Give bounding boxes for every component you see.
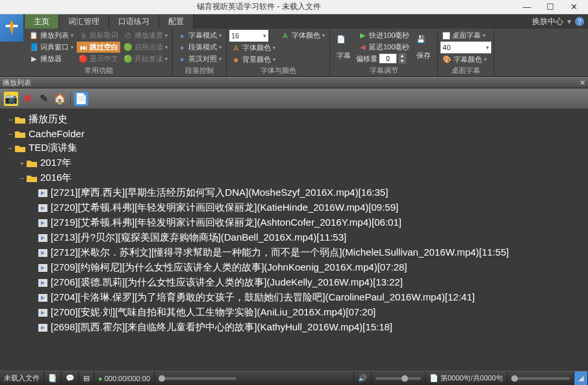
tree-folder[interactable]: −2016年 <box>0 170 588 185</box>
app-logo-icon <box>0 14 23 42</box>
tbtn-delete-icon[interactable]: ✖ <box>20 92 34 106</box>
tree-file[interactable]: [2700][安妮·刘][气味自拍和其他人工生物学实验](AniLiu_2016… <box>0 305 588 320</box>
playlist-tree: −播放历史 −CacheFolder −TED演讲集 +2017年 −2016年… <box>0 109 588 371</box>
ribbon-repeat[interactable]: 🟢开始复读▾ <box>121 53 170 64</box>
ribbon-show-cn[interactable]: 🔴显示中文 <box>77 53 120 64</box>
ribbon-group-label: 段落控制 <box>175 65 224 76</box>
ribbon-group-font: 16▾ A字体颜色▾ ■背景颜色▾ A字体颜色▾ 字体与颜色 <box>227 29 330 76</box>
ribbon-playlist[interactable]: 📋播放列表▾ <box>27 30 75 41</box>
tree-file[interactable]: [2712][米歇尔．苏利文][懂得寻求幫助是一种能力，而不是一个弱点](Mic… <box>0 245 588 260</box>
ribbon-offset: 偏移量 ▲▼ <box>356 53 411 64</box>
tab-home[interactable]: 主页 <box>25 14 59 29</box>
ribbon-group-label: 字幕调节 <box>333 65 435 76</box>
ribbon-click-read[interactable]: 🟢启用点读▾ <box>121 42 170 53</box>
ribbon-font-color1[interactable]: A字体颜色▾ <box>279 30 327 41</box>
sentence-slider[interactable] <box>507 371 574 385</box>
ribbon-speed[interactable]: ⏱播放速度▾ <box>121 30 170 41</box>
close-button[interactable]: ✕ <box>567 2 580 12</box>
tree-file[interactable]: [2706][裘德.凯莉][为什么女性应该讲全人类的故事](JudeKelly_… <box>0 275 588 290</box>
ribbon-desktop-subtitle-check[interactable]: 桌面字幕▾ <box>441 30 491 41</box>
tbtn-action2-icon[interactable]: 🏠 <box>53 92 67 106</box>
ribbon: 📋播放列表▾ 📘词典窗口▾ ▶播放器 🖱鼠标取词 ⏭跳过空白 🔴显示中文 ⏱播放… <box>0 29 588 77</box>
tab-bar: 主页 词汇管理 口语练习 配置 换肤中心 ▾ ? <box>0 14 588 29</box>
ribbon-group-label: 桌面字幕 <box>441 65 491 76</box>
volume-icon[interactable]: 🔊 <box>354 371 372 385</box>
ribbon-mouse-word[interactable]: 🖱鼠标取词 <box>77 30 120 41</box>
offset-input[interactable] <box>379 53 397 64</box>
playlist-toolbar: 📷 ✖ ✎ 🏠 📄 <box>0 88 588 109</box>
volume-slider[interactable] <box>372 371 426 385</box>
font-size-combo[interactable]: 16▾ <box>229 30 268 42</box>
ribbon-group-paragraph: ●字幕模式▾ ●段落模式▾ ●英汉对照▾ 段落控制 <box>173 29 227 76</box>
panel-close-icon[interactable]: ✕ <box>580 79 585 87</box>
ribbon-subtitle-mode[interactable]: ●字幕模式▾ <box>175 30 224 41</box>
ribbon-font-color2[interactable]: A字体颜色▾ <box>229 42 277 53</box>
status-time: ●000:00/000:00 <box>94 371 155 385</box>
panel-header: 播放列表 ✕ <box>0 77 588 88</box>
status-btn1[interactable]: 📑 <box>44 371 62 385</box>
maximize-button[interactable]: ☐ <box>544 2 557 12</box>
tree-folder[interactable]: −播放历史 <box>0 112 588 127</box>
tree-file[interactable]: [2698][凯西.霍尔][来自临终儿童看护中心的故事](KathyHull_2… <box>0 320 588 335</box>
minimize-button[interactable]: — <box>520 2 533 12</box>
status-btn3[interactable]: ▤ <box>79 371 94 385</box>
ribbon-group-label: 字体与颜色 <box>229 65 327 76</box>
ribbon-delay-100ms[interactable]: ◀延迟100毫秒 <box>356 42 411 53</box>
tbtn-action1-icon[interactable]: ✎ <box>36 92 51 106</box>
window-title: 锡育视听英语学习软件 - 未载入文件 <box>3 1 515 12</box>
window-controls: — ☐ ✕ <box>515 2 585 12</box>
offset-down[interactable]: ▼ <box>398 59 406 64</box>
help-icon[interactable]: ? <box>575 17 584 26</box>
tab-config[interactable]: 配置 <box>159 14 194 29</box>
ribbon-save[interactable]: 💾保存 <box>413 30 435 65</box>
ribbon-dict-window[interactable]: 📘词典窗口▾ <box>27 42 75 53</box>
tab-vocab[interactable]: 词汇管理 <box>59 14 109 29</box>
tbtn-camera-icon[interactable]: 📷 <box>4 92 18 106</box>
ribbon-paragraph-mode[interactable]: ●段落模式▾ <box>175 42 224 53</box>
ribbon-subtitle-color[interactable]: 🎨字幕颜色▾ <box>441 54 491 65</box>
ribbon-group-label: 常用功能 <box>27 65 170 76</box>
status-corner-icon[interactable]: ◢ <box>574 371 588 385</box>
status-sentence: 📄第0000句/共0000句 <box>426 371 507 385</box>
statusbar: 未载入文件 📑 💬 ▤ ●000:00/000:00 🔊 📄第0000句/共00… <box>0 371 588 385</box>
titlebar: 锡育视听英语学习软件 - 未载入文件 — ☐ ✕ <box>0 0 588 14</box>
tree-file[interactable]: [2713][丹?贝尔][窥探美国废弃购物商场](DanBell_2016X.m… <box>0 230 588 245</box>
tree-file[interactable]: [2709][约翰柯尼][为什么女性应该讲全人类的故事](JohnKoenig_… <box>0 260 588 275</box>
header-right: 换肤中心 ▾ ? <box>532 14 588 29</box>
ribbon-skip-blank[interactable]: ⏭跳过空白 <box>77 42 120 53</box>
ribbon-en-cn[interactable]: ●英汉对照▾ <box>175 53 224 64</box>
progress-slider[interactable] <box>155 371 354 385</box>
status-btn2[interactable]: 💬 <box>62 371 79 385</box>
tbtn-view-icon[interactable]: 📄 <box>74 92 88 106</box>
tree-file[interactable]: [2721][摩西.西夫][早期生活经历如何写入DNA](MosheSzyf_2… <box>0 185 588 200</box>
tree-file[interactable]: [2719][艾希顿.科弗][年轻发明家计画回收保丽龙](AshtonCofer… <box>0 215 588 230</box>
tab-speaking[interactable]: 口语练习 <box>109 14 159 29</box>
tree-folder[interactable]: +2017年 <box>0 155 588 170</box>
tree-folder[interactable]: −TED演讲集 <box>0 140 588 155</box>
status-file: 未载入文件 <box>0 371 44 385</box>
desktop-subtitle-size-combo[interactable]: 40▾ <box>441 42 491 53</box>
tree-file[interactable]: [2704][卡洛琳.保罗][为了培育勇敢的女孩子，鼓励她们去冒险吧](Caro… <box>0 290 588 305</box>
ribbon-group-desktop-subtitle: 桌面字幕▾ 40▾ 🎨字幕颜色▾ 桌面字幕 <box>438 29 494 76</box>
ribbon-subtitle-big[interactable]: 📄字幕 <box>333 30 355 65</box>
skin-center-link[interactable]: 换肤中心 <box>532 16 563 27</box>
offset-up[interactable]: ▲ <box>398 53 406 59</box>
ribbon-bg-color[interactable]: ■背景颜色▾ <box>229 54 277 65</box>
ribbon-group-subtitle-adjust: 📄字幕 ▶快进100毫秒 ◀延迟100毫秒 偏移量 ▲▼ 💾保存 字幕调节 <box>330 29 438 76</box>
ribbon-forward-100ms[interactable]: ▶快进100毫秒 <box>356 30 411 41</box>
panel-title: 播放列表 <box>3 78 31 88</box>
ribbon-player[interactable]: ▶播放器 <box>27 53 75 64</box>
tree-file[interactable]: [2720][艾希顿.科弗][年轻发明家计画回收保丽龙](KatieHinde_… <box>0 200 588 215</box>
ribbon-group-common: 📋播放列表▾ 📘词典窗口▾ ▶播放器 🖱鼠标取词 ⏭跳过空白 🔴显示中文 ⏱播放… <box>25 29 173 76</box>
tree-folder[interactable]: −CacheFolder <box>0 127 588 140</box>
